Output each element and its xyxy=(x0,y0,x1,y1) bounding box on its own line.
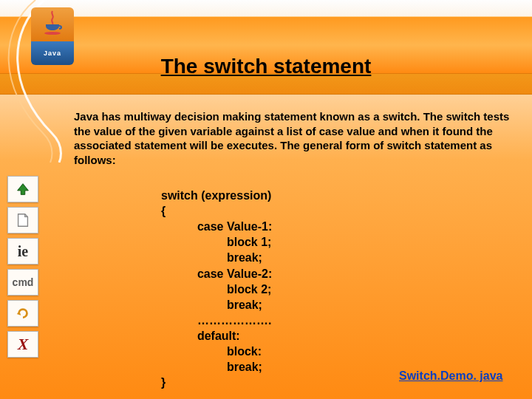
page-button[interactable] xyxy=(7,207,38,233)
code-line: default: xyxy=(161,330,240,342)
code-block: switch (expression) { case Value-1: bloc… xyxy=(161,188,275,390)
header-band xyxy=(0,0,532,95)
code-line: break; xyxy=(161,299,262,311)
loop-button[interactable] xyxy=(7,300,38,327)
code-line: } xyxy=(161,376,166,389)
code-line: case Value-2: xyxy=(161,267,272,280)
ie-button[interactable]: ie xyxy=(7,238,38,265)
code-line: { xyxy=(161,205,166,217)
intro-paragraph: Java has multiway decision making statem… xyxy=(74,109,514,167)
page-title: The switch statement xyxy=(0,55,532,78)
nav-up-button[interactable] xyxy=(7,176,38,202)
code-line: block 1; xyxy=(161,236,271,248)
sidebar: ie cmd X xyxy=(7,176,41,358)
code-line: block: xyxy=(161,345,262,358)
close-button-label: X xyxy=(18,335,29,354)
java-cup-icon xyxy=(31,7,74,41)
code-line: case Value-1: xyxy=(161,220,272,233)
code-line: ………………. xyxy=(161,314,275,327)
close-button[interactable]: X xyxy=(7,331,38,358)
cmd-button[interactable]: cmd xyxy=(7,269,38,296)
code-line: switch (expression) xyxy=(161,189,271,202)
code-line: block 2; xyxy=(161,283,271,296)
code-line: break; xyxy=(161,251,262,264)
ie-button-label: ie xyxy=(18,243,28,260)
code-line: break; xyxy=(161,361,262,373)
demo-link[interactable]: Switch.Demo. java xyxy=(399,369,503,383)
svg-point-0 xyxy=(44,32,61,35)
cmd-button-label: cmd xyxy=(13,276,34,288)
